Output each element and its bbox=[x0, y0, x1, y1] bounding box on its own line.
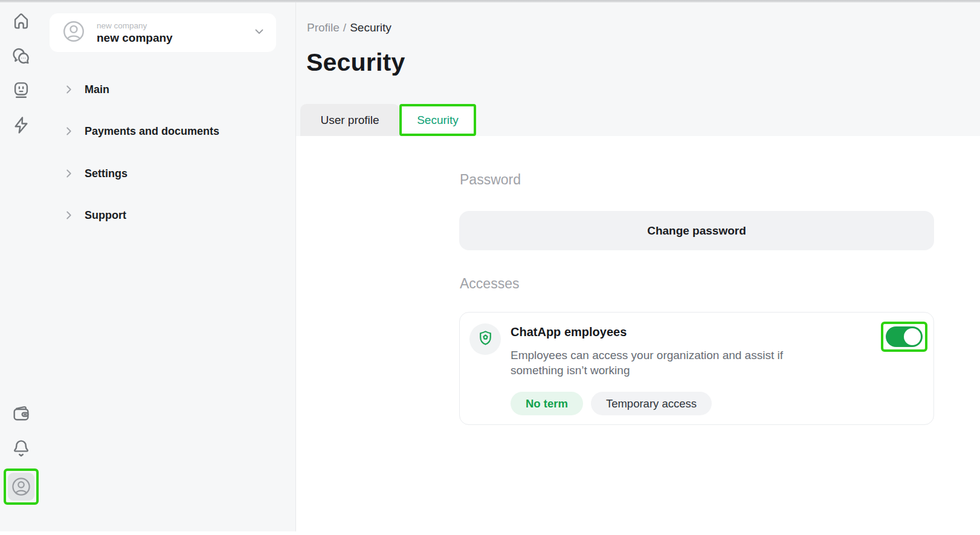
avatar bbox=[8, 473, 34, 501]
toggle-track bbox=[886, 326, 923, 347]
chats-button[interactable] bbox=[11, 46, 31, 66]
accesses-section-label: Accesses bbox=[460, 276, 519, 292]
bot-button[interactable] bbox=[11, 79, 31, 100]
chevron-right-icon bbox=[62, 125, 76, 138]
main-content: Profile/Security Security User profile S… bbox=[296, 2, 980, 535]
sidebar-item-support[interactable]: Support bbox=[42, 206, 295, 224]
page-title: Security bbox=[306, 48, 405, 77]
sidebar-item-payments[interactable]: Payments and documents bbox=[42, 122, 295, 140]
toggle-knob bbox=[904, 328, 921, 345]
profile-button[interactable] bbox=[4, 469, 39, 505]
status-badge-no-term: No term bbox=[511, 392, 583, 415]
notifications-button[interactable] bbox=[11, 438, 31, 458]
chats-icon bbox=[11, 46, 31, 66]
breadcrumb: Profile/Security bbox=[307, 21, 392, 34]
change-password-button[interactable]: Change password bbox=[459, 211, 934, 250]
app-window: new company new company Main Payments an… bbox=[0, 0, 980, 535]
badge-row: No term Temporary access bbox=[511, 392, 712, 415]
card-description: Employees can access your organization a… bbox=[511, 348, 837, 378]
window-bottom-edge bbox=[0, 531, 980, 535]
lightning-icon bbox=[11, 115, 31, 135]
shield-icon bbox=[476, 329, 495, 350]
sidebar-item-main[interactable]: Main bbox=[42, 80, 295, 99]
card-icon-circle bbox=[469, 323, 501, 355]
wallet-button[interactable] bbox=[11, 404, 31, 424]
tab-user-profile[interactable]: User profile bbox=[300, 104, 399, 136]
home-icon bbox=[11, 11, 31, 31]
chatapp-employees-card: ChatApp employees Employees can access y… bbox=[459, 312, 934, 425]
tab-bar: User profile Security bbox=[300, 104, 476, 136]
user-avatar-icon bbox=[10, 475, 33, 498]
chevron-right-icon bbox=[62, 83, 76, 96]
company-selector[interactable]: new company new company bbox=[50, 13, 276, 52]
bell-icon bbox=[11, 438, 31, 458]
company-texts: new company new company bbox=[97, 21, 252, 45]
status-badge-temporary-access: Temporary access bbox=[591, 392, 712, 415]
card-title: ChatApp employees bbox=[511, 325, 627, 339]
chevron-down-icon bbox=[252, 24, 266, 41]
sidebar: new company new company Main Payments an… bbox=[42, 2, 295, 535]
breadcrumb-profile[interactable]: Profile bbox=[307, 21, 340, 34]
breadcrumb-separator: / bbox=[340, 21, 350, 34]
sidebar-item-label: Support bbox=[85, 209, 126, 222]
employees-access-toggle[interactable] bbox=[881, 322, 927, 352]
home-button[interactable] bbox=[11, 11, 31, 31]
wallet-icon bbox=[11, 404, 31, 424]
company-type-label: new company bbox=[97, 21, 252, 31]
company-avatar-icon bbox=[60, 18, 87, 47]
chevron-right-icon bbox=[62, 167, 76, 180]
chevron-right-icon bbox=[62, 209, 76, 222]
automation-button[interactable] bbox=[11, 115, 31, 135]
content-panel: Password Change password Accesses ChatAp… bbox=[296, 136, 980, 535]
sidebar-item-label: Settings bbox=[85, 167, 127, 180]
company-name: new company bbox=[97, 31, 252, 45]
sidebar-item-label: Main bbox=[85, 83, 109, 96]
breadcrumb-security: Security bbox=[350, 21, 392, 34]
sidebar-item-settings[interactable]: Settings bbox=[42, 164, 295, 183]
bot-icon bbox=[11, 79, 31, 100]
password-section-label: Password bbox=[460, 172, 521, 188]
sidebar-item-label: Payments and documents bbox=[85, 125, 219, 138]
icon-rail bbox=[0, 2, 42, 535]
tab-security[interactable]: Security bbox=[399, 104, 476, 136]
